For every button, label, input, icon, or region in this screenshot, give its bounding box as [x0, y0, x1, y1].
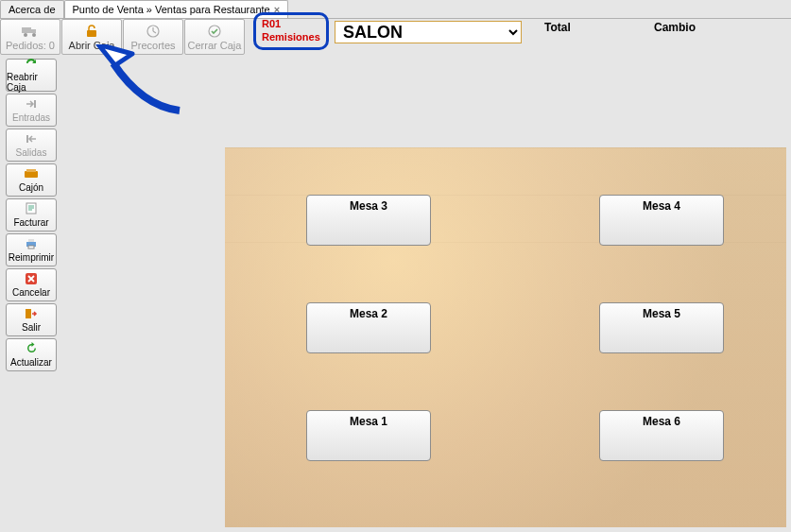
salidas-button: Salidas: [6, 129, 57, 162]
salir-button[interactable]: Salir: [6, 303, 57, 336]
tab-about[interactable]: Acerca de: [0, 0, 64, 18]
pedidos-label: Pedidos: 0: [6, 40, 55, 51]
reload-icon: [26, 342, 38, 356]
mesa-3-label: Mesa 3: [350, 199, 387, 213]
truck-icon: [22, 24, 39, 39]
sidebar: Reabrir Caja Entradas Salidas Cajón Fact…: [6, 59, 57, 371]
check-icon: [208, 24, 221, 39]
mesa-4-label: Mesa 4: [643, 199, 680, 213]
reimprimir-button[interactable]: Reimprimir: [6, 233, 57, 266]
entradas-label: Entradas: [12, 112, 50, 123]
cerrar-label: Cerrar Caja: [188, 40, 242, 51]
cancelar-label: Cancelar: [12, 287, 50, 298]
mesa-1-label: Mesa 1: [350, 415, 387, 428]
svg-rect-7: [34, 100, 36, 108]
mesa-6-label: Mesa 6: [643, 415, 680, 428]
svg-rect-9: [25, 171, 38, 178]
remisiones-callout: R01 Remisiones: [253, 12, 329, 50]
svg-rect-1: [31, 29, 36, 33]
tab-ventas-label: Punto de Venta » Ventas para Restaurante: [73, 4, 270, 15]
cerrar-caja-button: Cerrar Caja: [184, 19, 245, 55]
facturar-label: Facturar: [13, 217, 48, 228]
mesa-4-button[interactable]: Mesa 4: [599, 195, 724, 246]
svg-rect-0: [22, 27, 31, 33]
reabrir-caja-button[interactable]: Reabrir Caja: [6, 59, 57, 92]
floor-plan: Mesa 3 Mesa 4 Mesa 2 Mesa 5 Mesa 1 Mesa …: [225, 147, 786, 527]
abrir-caja-button[interactable]: Abrir Caja: [61, 19, 122, 55]
precortes-label: Precortes: [130, 40, 175, 51]
invoice-icon: [26, 202, 37, 216]
mesa-2-button[interactable]: Mesa 2: [306, 302, 431, 353]
mesa-2-label: Mesa 2: [350, 307, 387, 320]
svg-rect-16: [26, 309, 31, 318]
mesa-5-label: Mesa 5: [643, 307, 680, 320]
svg-rect-13: [28, 239, 34, 242]
abrir-label: Abrir Caja: [69, 40, 115, 51]
exit-icon: [25, 308, 38, 321]
refresh-icon: [25, 58, 38, 71]
actualizar-button[interactable]: Actualizar: [6, 338, 57, 371]
remisiones-label: Remisiones: [262, 30, 320, 43]
svg-point-3: [32, 33, 36, 37]
facturar-button[interactable]: Facturar: [6, 198, 57, 232]
mesa-5-button[interactable]: Mesa 5: [599, 302, 724, 353]
cambio-label: Cambio: [654, 21, 696, 34]
annotation-arrow: [85, 44, 198, 120]
cajon-button[interactable]: Cajón: [6, 163, 57, 197]
mesa-6-button[interactable]: Mesa 6: [599, 410, 724, 461]
pedidos-button: Pedidos: 0: [0, 19, 60, 55]
svg-point-2: [24, 33, 27, 37]
reimprimir-label: Reimprimir: [9, 252, 54, 263]
tab-about-label: Acerca de: [9, 4, 56, 15]
actualizar-label: Actualizar: [10, 357, 52, 368]
salidas-label: Salidas: [16, 147, 47, 158]
out-icon: [25, 133, 38, 146]
drawer-icon: [24, 168, 39, 181]
svg-rect-10: [26, 169, 36, 172]
cajon-label: Cajón: [19, 182, 43, 193]
in-icon: [25, 98, 38, 112]
svg-rect-4: [87, 30, 96, 37]
svg-rect-8: [26, 135, 28, 143]
entradas-button: Entradas: [6, 94, 57, 127]
reabrir-label: Reabrir Caja: [7, 72, 56, 93]
tab-bar: Acerca de Punto de Venta » Ventas para R…: [0, 0, 791, 19]
total-label: Total: [544, 21, 571, 34]
cancelar-button[interactable]: Cancelar: [6, 268, 57, 301]
salon-select[interactable]: SALON: [335, 21, 522, 43]
printer-icon: [25, 238, 38, 251]
cancel-icon: [26, 273, 37, 286]
mesa-3-button[interactable]: Mesa 3: [306, 195, 431, 246]
open-lock-icon: [84, 24, 99, 39]
mesa-1-button[interactable]: Mesa 1: [306, 410, 431, 461]
remisiones-code: R01: [262, 17, 320, 30]
salir-label: Salir: [22, 322, 41, 333]
clock-icon: [146, 24, 160, 39]
precortes-button: Precortes: [123, 19, 183, 55]
svg-rect-14: [28, 246, 34, 249]
